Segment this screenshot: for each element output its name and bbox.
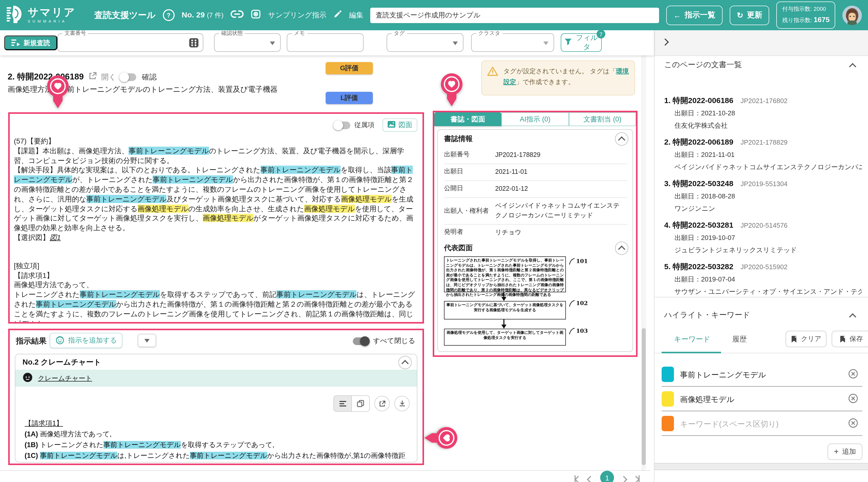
- remove-keyword-icon[interactable]: [848, 369, 858, 381]
- sampling-icon[interactable]: [251, 9, 261, 21]
- biblio-row: 出願番号JP2021-178829: [444, 147, 627, 164]
- keyword-color-swatch[interactable]: [662, 367, 674, 382]
- claim-chart-card: No.2 クレームチャート クレームチャート: [15, 354, 417, 462]
- current-page[interactable]: 1: [600, 471, 614, 482]
- g-eval-button[interactable]: G評価: [326, 62, 373, 74]
- tab-keyword[interactable]: キーワード: [674, 335, 710, 344]
- claim1-body: トレーニングされた事前トレーニングモデルを取得するステップであって、前記事前トレ…: [14, 290, 417, 323]
- status-select[interactable]: 確認状態: [214, 33, 281, 52]
- add-instruction-button[interactable]: 指示を追加する: [50, 333, 123, 348]
- avatar[interactable]: [842, 5, 862, 25]
- download-button[interactable]: [394, 396, 410, 411]
- funnel-icon: [564, 38, 572, 47]
- doc-list-item[interactable]: 3. 特開2022-503248JP2019-551304 出願日：2018-0…: [664, 179, 862, 213]
- plus-icon: +: [834, 447, 839, 456]
- dice-icon[interactable]: [189, 38, 199, 50]
- keyword-underline: [662, 435, 862, 436]
- tag-select[interactable]: タグ: [386, 33, 463, 52]
- warning-icon: [487, 66, 498, 79]
- results-annotated-box: 指示結果 指示を追加する すべて閉じる No.2 クレームチャート: [8, 329, 424, 465]
- main-scrollbar-thumb[interactable]: [642, 328, 646, 465]
- abstract-solution: 【解決手段】具体的な実現案は、以下のとおりである。トレーニングされた事前トレーニ…: [14, 165, 417, 233]
- open-in-new-icon[interactable]: [88, 72, 96, 82]
- figure-box-102: 事前トレーニングモデルに基づいて、ターゲット画像処理タスクを実行する画像処理モデ…: [444, 301, 566, 319]
- doc-list-item[interactable]: 4. 特開2022-503281JP2020-514576 出願日：2019-1…: [664, 221, 862, 255]
- keyword-input-placeholder[interactable]: キーワード(スペース区切り): [680, 420, 779, 429]
- prev-page-button[interactable]: [588, 475, 593, 482]
- collapse-card-button[interactable]: [398, 356, 412, 369]
- tab-history[interactable]: 履歴: [732, 335, 747, 344]
- refresh-button[interactable]: ↻ 更新: [730, 5, 769, 25]
- cluster-select[interactable]: クラスタ: [471, 33, 554, 52]
- collapse-highlight-icon[interactable]: [849, 313, 856, 320]
- tab-ai-instruction[interactable]: AI指示 (0): [502, 112, 569, 126]
- new-review-button[interactable]: 新規査読: [4, 35, 57, 50]
- l-eval-button[interactable]: L評価: [326, 92, 373, 104]
- edit-pencil-icon[interactable]: [334, 10, 342, 20]
- chip-label[interactable]: クレームチャート: [38, 373, 92, 383]
- collapse-doc-list-icon[interactable]: [849, 63, 856, 70]
- doc-number-field[interactable]: 文書番号: [57, 33, 203, 52]
- image-icon: [388, 121, 395, 129]
- tag-warning: タグが設定されていません。 タグは「環境設定」で作成できます。: [482, 60, 635, 95]
- keyword-input[interactable]: 事前トレーニングモデル: [680, 370, 766, 380]
- instruction-list-button[interactable]: ← 指示一覧: [666, 5, 722, 25]
- confirm-toggle[interactable]: [121, 73, 136, 81]
- close-all-toggle[interactable]: [353, 337, 368, 345]
- dependent-claims-label: 従属項: [354, 120, 374, 130]
- collapse-biblio-button[interactable]: [615, 132, 628, 146]
- next-page-button[interactable]: [621, 475, 626, 482]
- open-label[interactable]: 開く: [101, 72, 116, 82]
- dependent-claims-toggle[interactable]: [335, 121, 350, 129]
- collapse-figure-button[interactable]: [615, 242, 628, 255]
- sidebar-top-strip: [654, 30, 868, 56]
- heart-pin-marker[interactable]: [46, 75, 69, 110]
- back-arrow-icon: ←: [673, 11, 681, 20]
- help-icon[interactable]: ?: [163, 9, 175, 21]
- document-heading: 2. 特開2022-006189 開く 確認: [8, 71, 157, 83]
- logo[interactable]: サマリア SUMMARIA: [6, 4, 82, 26]
- chevron-down-icon: [543, 41, 549, 45]
- flow-arrow: [503, 292, 504, 297]
- claim-line-1a: (1A) 画像処理方法であって,: [25, 429, 406, 440]
- doc-list-item[interactable]: 5. 特開2022-503282JP2020-515902 出願日：2019-0…: [664, 262, 862, 296]
- first-page-button[interactable]: [575, 475, 581, 482]
- page-title-input[interactable]: [371, 7, 659, 23]
- clear-keywords-button[interactable]: クリア: [785, 331, 827, 347]
- heart-pin-marker[interactable]: [440, 73, 463, 108]
- keyword-color-swatch[interactable]: [662, 391, 674, 407]
- pub-number: JP2020-514576: [741, 222, 787, 229]
- tab-biblio-figure[interactable]: 書誌・図面: [434, 112, 502, 126]
- last-page-button[interactable]: [633, 475, 640, 482]
- claim1-line: 画像処理方法であって、: [14, 280, 417, 290]
- figure-button[interactable]: 図面: [382, 118, 417, 132]
- remove-keyword-icon[interactable]: [848, 393, 858, 405]
- filter-button[interactable]: フィルタ 7: [561, 33, 602, 52]
- memo-field[interactable]: メモ: [287, 33, 364, 52]
- highlight-title: ハイライト・キーワード: [664, 310, 750, 320]
- keyword-input[interactable]: 画像処理モデル: [680, 395, 734, 404]
- independent-claims-label: [独立項]: [14, 261, 417, 271]
- open-in-new-button[interactable]: [374, 396, 390, 411]
- claim-chart-chip[interactable]: クレームチャート: [16, 370, 417, 387]
- doc-list-item[interactable]: 2. 特開2022-006189JP2021-178829 出願日：2021-1…: [664, 137, 862, 172]
- doc-list-item[interactable]: 1. 特開2022-006186JP2021-176802 出願日：2021-1…: [664, 96, 862, 130]
- add-keyword-button[interactable]: + 追加: [828, 444, 862, 460]
- tab-doc-assignment[interactable]: 文書割当 (0): [569, 112, 636, 126]
- chevron-down-icon: [270, 41, 275, 45]
- sampling-label[interactable]: サンプリング指示: [268, 10, 327, 20]
- link-icon[interactable]: [231, 10, 244, 21]
- close-all-label: すべて閉じる: [373, 336, 415, 346]
- sidebar-bottom-strip: [654, 463, 868, 470]
- doc-list-title: このページの文書一覧: [664, 60, 742, 70]
- claim-line-1b: (1B) トレーニングされた事前トレーニングモデルを取得するステップであって,: [25, 440, 406, 450]
- table-view-button[interactable]: [352, 396, 369, 411]
- edit-label[interactable]: 編集: [349, 10, 363, 20]
- heart-pin-marker[interactable]: [423, 427, 458, 449]
- keyword-color-swatch[interactable]: [662, 416, 674, 431]
- sidebar-collapse-icon[interactable]: [662, 38, 669, 46]
- save-keywords-button[interactable]: 保存: [832, 331, 868, 347]
- remove-keyword-icon[interactable]: [848, 418, 858, 430]
- instruction-dropdown-button[interactable]: [138, 334, 156, 347]
- list-view-button[interactable]: [334, 396, 352, 411]
